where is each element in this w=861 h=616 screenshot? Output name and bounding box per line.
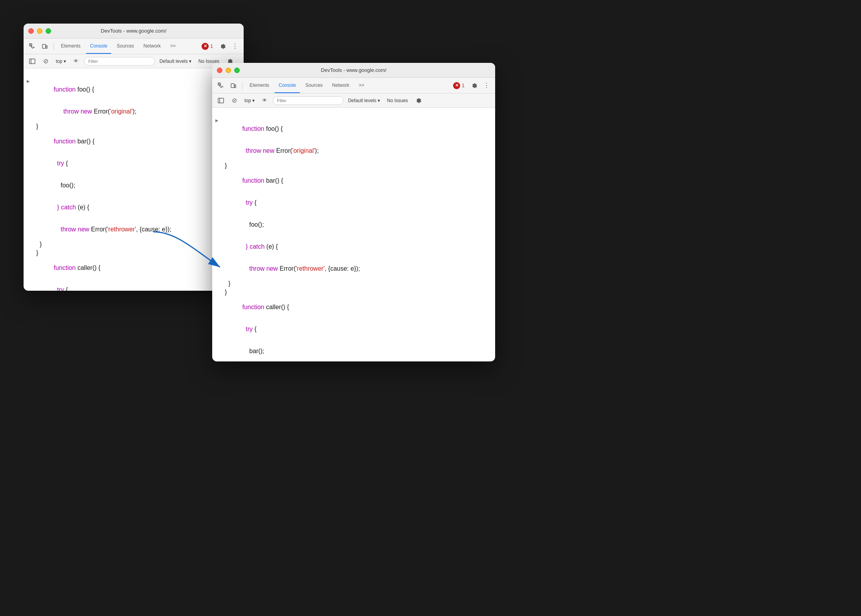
window-content-1: Elements Console Sources Network >> ✕ 1 … bbox=[24, 38, 244, 291]
code-line-11: } bbox=[24, 249, 244, 257]
code-line-1: ▶ function foo() { bbox=[24, 72, 244, 101]
device-icon-2[interactable] bbox=[228, 80, 239, 91]
w2-code-line-9: } bbox=[212, 280, 495, 288]
tab-network-1[interactable]: Network bbox=[140, 38, 165, 54]
top-chevron-1: ▾ bbox=[64, 59, 66, 64]
context-selector-2[interactable]: top ▾ bbox=[242, 97, 257, 104]
svg-rect-3 bbox=[29, 59, 35, 64]
w2-expand-1[interactable]: ▶ bbox=[215, 118, 218, 123]
tab-more-2[interactable]: >> bbox=[355, 78, 368, 93]
code-line-7: } catch (e) { bbox=[24, 196, 244, 218]
svg-rect-1 bbox=[42, 44, 46, 48]
no-issues-button-2[interactable]: No Issues bbox=[385, 97, 410, 104]
clear-console-1[interactable]: ⊘ bbox=[40, 56, 51, 67]
eye-icon-1[interactable]: 👁 bbox=[71, 56, 82, 67]
levels-button-2[interactable]: Default levels ▾ bbox=[346, 97, 382, 104]
svg-rect-8 bbox=[218, 98, 224, 103]
error-count-2: 1 bbox=[462, 83, 464, 88]
code-line-13: try { bbox=[24, 279, 244, 291]
code-line-2: throw new Error('original'); bbox=[24, 101, 244, 123]
titlebar-2: DevTools - www.google.com/ bbox=[212, 63, 495, 78]
w2-code-line-6: foo(); bbox=[212, 214, 495, 236]
svg-rect-2 bbox=[46, 46, 47, 48]
code-line-9: } bbox=[24, 240, 244, 248]
svg-rect-7 bbox=[235, 85, 236, 88]
devtools-window-2: DevTools - www.google.com/ Elements Cons… bbox=[212, 63, 495, 361]
devtools-window-1: DevTools - www.google.com/ Elements Cons… bbox=[24, 24, 244, 291]
w2-code-line-3: } bbox=[212, 162, 495, 170]
console-toolbar-1: ⊘ top ▾ 👁 Default levels ▾ No Issues bbox=[24, 54, 244, 68]
inspect-icon[interactable] bbox=[27, 41, 38, 52]
error-badge-1: ✕ bbox=[202, 43, 209, 50]
toolbar-sep-1 bbox=[53, 42, 54, 50]
minimize-button-2[interactable] bbox=[226, 68, 231, 73]
w2-code-line-11: } bbox=[212, 288, 495, 296]
eye-icon-2[interactable]: 👁 bbox=[259, 95, 270, 106]
tab-sources-1[interactable]: Sources bbox=[113, 38, 138, 54]
tab-more-1[interactable]: >> bbox=[166, 38, 180, 54]
w2-code-line-1: ▶ function foo() { bbox=[212, 111, 495, 140]
main-toolbar-2: Elements Console Sources Network >> ✕ 1 … bbox=[212, 78, 495, 94]
w2-code-line-2: throw new Error('original'); bbox=[212, 140, 495, 162]
more-icon-2[interactable]: ⋮ bbox=[481, 80, 492, 91]
error-badge-2: ✕ bbox=[453, 82, 460, 89]
tab-sources-2[interactable]: Sources bbox=[301, 78, 327, 93]
more-icon-1[interactable]: ⋮ bbox=[229, 41, 240, 52]
expand-1[interactable]: ▶ bbox=[27, 79, 30, 83]
error-count-1: 1 bbox=[210, 44, 213, 49]
tab-elements-1[interactable]: Elements bbox=[57, 38, 84, 54]
sidebar-toggle-2[interactable] bbox=[215, 95, 226, 106]
maximize-button-1[interactable] bbox=[46, 28, 51, 34]
top-chevron-2: ▾ bbox=[252, 98, 255, 103]
window-title-1: DevTools - www.google.com/ bbox=[101, 28, 167, 34]
main-toolbar-1: Elements Console Sources Network >> ✕ 1 … bbox=[24, 38, 244, 54]
w2-code-line-14: bar(); bbox=[212, 340, 495, 361]
console-toolbar-2: ⊘ top ▾ 👁 Default levels ▾ No Issues bbox=[212, 94, 495, 108]
code-block-2: ▶ function foo() { throw new Error('orig… bbox=[212, 108, 495, 361]
w2-code-line-7: } catch (e) { bbox=[212, 236, 495, 258]
close-button-1[interactable] bbox=[28, 28, 34, 34]
w2-code-line-8: throw new Error('rethrower', {cause: e})… bbox=[212, 258, 495, 280]
code-line-3: } bbox=[24, 123, 244, 130]
code-line-5: try { bbox=[24, 152, 244, 174]
traffic-lights-2 bbox=[217, 68, 240, 73]
minimize-button-1[interactable] bbox=[37, 28, 42, 34]
window-title-2: DevTools - www.google.com/ bbox=[321, 67, 387, 73]
levels-button-1[interactable]: Default levels ▾ bbox=[157, 57, 194, 65]
code-line-12: function caller() { bbox=[24, 257, 244, 279]
context-selector-1[interactable]: top ▾ bbox=[53, 57, 68, 65]
tab-console-1[interactable]: Console bbox=[86, 38, 111, 54]
inspect-icon-2[interactable] bbox=[215, 80, 226, 91]
settings-console-2[interactable] bbox=[413, 95, 424, 106]
tab-console-2[interactable]: Console bbox=[275, 78, 300, 93]
sidebar-toggle-1[interactable] bbox=[27, 56, 38, 67]
tab-network-2[interactable]: Network bbox=[328, 78, 353, 93]
tab-elements-2[interactable]: Elements bbox=[246, 78, 273, 93]
top-label-1: top bbox=[56, 59, 62, 64]
device-icon[interactable] bbox=[39, 41, 50, 52]
clear-console-2[interactable]: ⊘ bbox=[229, 95, 240, 106]
window-content-2: Elements Console Sources Network >> ✕ 1 … bbox=[212, 78, 495, 361]
w2-code-line-12: function caller() { bbox=[212, 296, 495, 318]
settings-icon-1[interactable] bbox=[217, 41, 228, 52]
console-content-2: ▶ function foo() { throw new Error('orig… bbox=[212, 108, 495, 361]
console-content-1: ▶ function foo() { throw new Error('orig… bbox=[24, 68, 244, 291]
filter-input-2[interactable] bbox=[273, 96, 343, 105]
code-block-1: ▶ function foo() { throw new Error('orig… bbox=[24, 68, 244, 291]
maximize-button-2[interactable] bbox=[234, 68, 240, 73]
top-label-2: top bbox=[244, 98, 251, 103]
close-button-2[interactable] bbox=[217, 68, 222, 73]
traffic-lights-1 bbox=[28, 28, 51, 34]
w2-code-line-5: try { bbox=[212, 192, 495, 214]
titlebar-1: DevTools - www.google.com/ bbox=[24, 24, 244, 38]
code-line-8: throw new Error('rethrower', {cause: e})… bbox=[24, 218, 244, 240]
code-line-4: function bar() { bbox=[24, 130, 244, 152]
svg-rect-6 bbox=[231, 84, 234, 88]
w2-code-line-13: try { bbox=[212, 318, 495, 340]
settings-icon-2[interactable] bbox=[468, 80, 479, 91]
filter-input-1[interactable] bbox=[84, 57, 155, 66]
toolbar-sep-2 bbox=[242, 82, 242, 90]
w2-code-line-4: function bar() { bbox=[212, 170, 495, 192]
code-line-6: foo(); bbox=[24, 174, 244, 196]
